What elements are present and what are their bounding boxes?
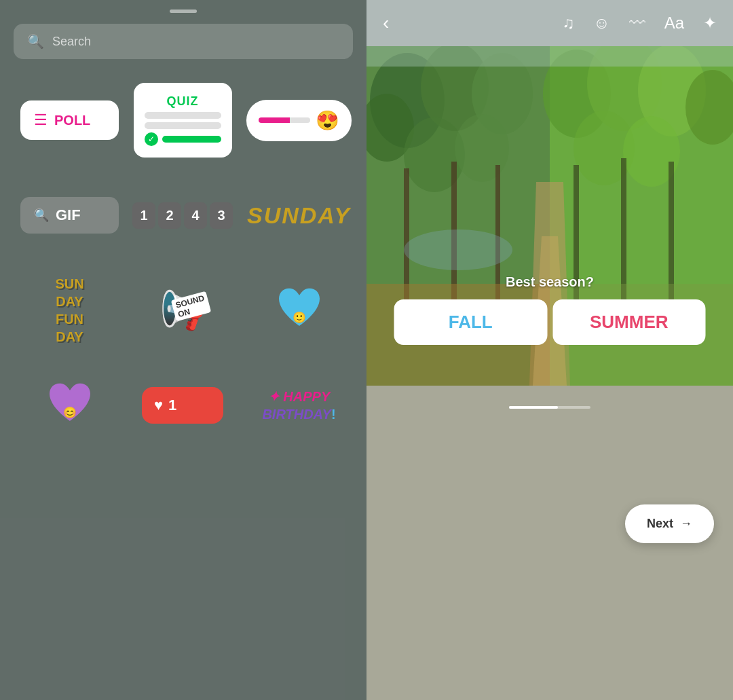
sparkle-icon[interactable]: ✦ [703,14,717,33]
sunday-sticker[interactable]: SUNDAY [246,174,352,256]
stickers-grid: ☰ POLL QUIZ ✓ 😍 🔍 [14,79,353,446]
poll-sticker[interactable]: ☰ POLL [20,79,119,161]
story-bottom: Next → [366,386,733,562]
heart-blue-icon: 🙂 [272,282,326,336]
gif-sticker[interactable]: 🔍 GIF [20,174,119,256]
slider-emoji: 😍 [316,109,339,132]
svg-point-28 [404,229,512,270]
countdown-digit-4: 3 [210,202,233,229]
face-sticker-icon[interactable]: ☺ [593,14,610,33]
soundon-sticker[interactable]: 📢 SOUNDON [132,270,233,351]
sticker-picker-panel: 🔍 Search ☰ POLL QUIZ ✓ [0,0,366,700]
poll-option-fall[interactable]: FALL [394,299,548,345]
heart-purple-sticker[interactable]: 😊 [20,365,119,446]
countdown-digit-3: 4 [184,202,207,229]
next-arrow-icon: → [680,517,692,531]
heart-purple-icon: 😊 [43,377,97,431]
gif-search-icon: 🔍 [34,208,49,223]
story-image: Best season? FALL SUMMER [366,46,733,386]
poll-icon: ☰ [34,111,48,129]
story-poll-overlay: Best season? FALL SUMMER [394,274,706,345]
drag-handle[interactable] [170,10,197,13]
svg-point-14 [455,114,509,182]
like-count: 1 [168,397,176,414]
like-heart-icon: ♥ [154,397,163,414]
quiz-label: QUIZ [167,94,199,109]
progress-bar [509,406,590,409]
quiz-check-row: ✓ [145,132,221,146]
poll-label: POLL [54,113,90,128]
poll-option-summer[interactable]: SUMMER [552,299,706,345]
emoji-slider-sticker[interactable]: 😍 [246,79,352,161]
search-placeholder: Search [52,35,91,49]
poll-options: FALL SUMMER [394,299,706,345]
birthday-sticker[interactable]: ✦ HAPPY BIRTHDAY! [246,365,352,446]
quiz-line-2 [145,122,221,129]
heart-blue-sticker[interactable]: 🙂 [246,270,352,351]
quiz-line-1 [145,112,221,119]
wave-icon[interactable]: 〰 [629,14,645,33]
toolbar: ‹ ♫ ☺ 〰 Aa ✦ [366,0,733,46]
text-icon[interactable]: Aa [664,14,684,33]
story-editor-panel: ‹ ♫ ☺ 〰 Aa ✦ [366,0,733,700]
sunday-label: SUNDAY [247,202,351,229]
like-sticker[interactable]: ♥ 1 [132,365,233,446]
countdown-digit-2: 2 [158,202,181,229]
back-button[interactable]: ‹ [383,12,389,34]
quiz-check-icon: ✓ [145,132,158,146]
search-bar[interactable]: 🔍 Search [14,24,353,59]
poll-question: Best season? [394,274,706,290]
progress-bar-fill [509,406,558,409]
sundayfunday-sticker[interactable]: SUNDAYFUNDAY [20,270,119,351]
quiz-check-line [162,136,221,143]
slider-track [259,117,310,123]
search-icon: 🔍 [27,33,44,50]
sundayfunday-label: SUNDAYFUNDAY [55,275,83,346]
countdown-sticker[interactable]: 1 2 4 3 [132,174,233,256]
next-button-label: Next [647,517,673,531]
music-icon[interactable]: ♫ [562,14,574,33]
story-preview: Best season? FALL SUMMER Next → [366,46,733,700]
countdown-digit-1: 1 [132,202,155,229]
gif-label: GIF [56,206,81,224]
quiz-sticker[interactable]: QUIZ ✓ [132,79,233,161]
toolbar-icons: ♫ ☺ 〰 Aa ✦ [562,14,717,33]
next-button[interactable]: Next → [625,504,714,543]
svg-rect-27 [366,46,733,67]
birthday-label: ✦ HAPPY BIRTHDAY! [262,388,335,423]
svg-text:🙂: 🙂 [293,311,306,324]
svg-text:😊: 😊 [63,406,77,419]
